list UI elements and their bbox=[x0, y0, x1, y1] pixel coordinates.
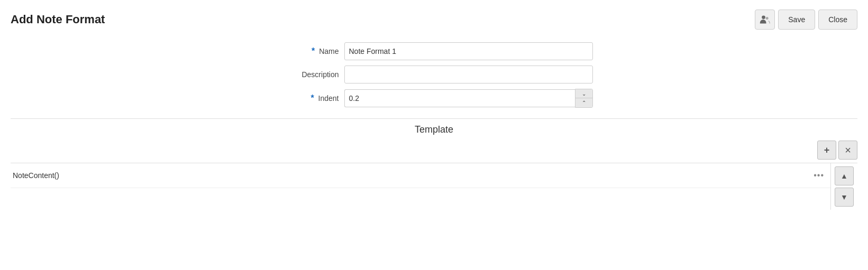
template-content-area: NoteContent() ••• ▲ ▼ bbox=[11, 163, 857, 210]
page-container: Add Note Format Save Close * Name bbox=[0, 0, 868, 270]
row-actions: ••• bbox=[810, 170, 830, 181]
description-row: Description bbox=[276, 66, 593, 83]
template-side-buttons: ▲ ▼ bbox=[831, 163, 857, 210]
table-row: NoteContent() ••• bbox=[11, 163, 830, 188]
template-toolbar: + × bbox=[11, 137, 857, 163]
close-button[interactable]: Close bbox=[818, 10, 857, 30]
page-title: Add Note Format bbox=[11, 13, 105, 26]
user-icon-button[interactable] bbox=[755, 10, 775, 30]
description-input[interactable] bbox=[344, 66, 593, 83]
form-section: * Name Description * Indent ⌄ ⌃ bbox=[11, 42, 857, 108]
indent-wrapper: ⌄ ⌃ bbox=[344, 89, 593, 108]
indent-down-spinner[interactable]: ⌄ bbox=[575, 89, 592, 98]
indent-input[interactable] bbox=[344, 89, 575, 107]
template-close-button[interactable]: × bbox=[838, 141, 857, 160]
indent-label: * Indent bbox=[276, 94, 339, 103]
row-dots-button[interactable]: ••• bbox=[810, 170, 827, 181]
name-label: * Name bbox=[276, 46, 339, 56]
description-label: Description bbox=[276, 70, 339, 79]
template-main: NoteContent() ••• bbox=[11, 163, 831, 210]
header-actions: Save Close bbox=[755, 10, 857, 30]
indent-spinners: ⌄ ⌃ bbox=[575, 89, 593, 108]
header-row: Add Note Format Save Close bbox=[11, 10, 857, 30]
person-icon bbox=[760, 14, 770, 25]
row-content: NoteContent() bbox=[11, 171, 810, 180]
template-add-button[interactable]: + bbox=[817, 141, 836, 160]
indent-required-star: * bbox=[310, 94, 314, 103]
indent-up-spinner[interactable]: ⌃ bbox=[575, 98, 592, 107]
name-row: * Name bbox=[276, 42, 593, 60]
indent-label-text: Indent bbox=[318, 94, 339, 103]
template-section: Template + × NoteContent() ••• ▲ ▼ bbox=[11, 118, 857, 210]
row-down-button[interactable]: ▼ bbox=[835, 188, 854, 207]
template-heading: Template bbox=[415, 124, 453, 135]
save-button[interactable]: Save bbox=[778, 10, 815, 30]
svg-point-1 bbox=[766, 17, 769, 20]
row-up-button[interactable]: ▲ bbox=[835, 166, 854, 185]
svg-point-0 bbox=[762, 16, 765, 20]
indent-row: * Indent ⌄ ⌃ bbox=[276, 89, 593, 108]
name-input[interactable] bbox=[344, 42, 593, 60]
name-required-star: * bbox=[312, 46, 315, 55]
name-label-text: Name bbox=[319, 47, 339, 55]
